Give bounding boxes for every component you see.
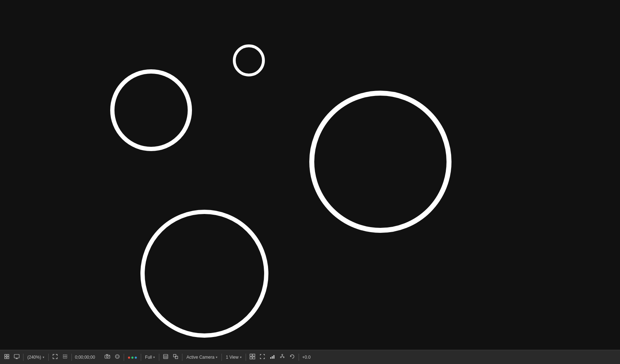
separator-7 — [182, 354, 182, 361]
editor-type-button[interactable] — [2, 353, 11, 362]
svg-rect-24 — [253, 354, 255, 356]
frame-offset-display: +0.0 — [301, 355, 312, 360]
statistics-icon — [269, 354, 275, 360]
frame-fit-icon — [52, 354, 58, 360]
toolbar: (240%) ▾ 0;00;00;00 — [0, 350, 620, 364]
camera-icon — [105, 354, 110, 360]
editor-type-icon — [4, 354, 10, 360]
circle-medium-left — [110, 69, 192, 151]
onion-skin-button[interactable] — [113, 353, 122, 362]
active-camera-label: Active Camera — [186, 355, 214, 360]
svg-rect-12 — [106, 354, 108, 355]
render-region-button[interactable] — [60, 353, 70, 362]
separator-1 — [23, 354, 23, 361]
svg-rect-21 — [173, 354, 176, 357]
zoom-chevron: ▾ — [43, 355, 44, 359]
svg-point-14 — [115, 355, 119, 359]
view-dropdown[interactable]: 1 View ▾ — [224, 353, 244, 362]
zoom-value: (240%) — [27, 355, 41, 360]
node-tree-button[interactable] — [278, 353, 287, 362]
active-camera-dropdown[interactable]: Active Camera ▾ — [184, 353, 220, 362]
svg-rect-28 — [272, 356, 273, 359]
svg-rect-26 — [253, 357, 255, 359]
quad-view-button[interactable] — [248, 353, 257, 362]
composite-button[interactable] — [171, 353, 180, 362]
view-chevron: ▾ — [240, 355, 242, 359]
camera-icon-button[interactable] — [103, 353, 112, 362]
svg-rect-22 — [175, 356, 178, 359]
slot-icon — [163, 354, 169, 360]
render-mode-chevron: ▾ — [153, 355, 155, 359]
view-label: 1 View — [226, 355, 239, 360]
svg-rect-27 — [270, 357, 271, 359]
separator-5 — [141, 354, 141, 361]
render-region-icon — [62, 354, 68, 360]
circle-large-right — [309, 91, 451, 233]
timecode-display: 0;00;00;00 — [74, 355, 102, 360]
svg-rect-23 — [250, 354, 252, 356]
svg-line-34 — [281, 356, 282, 357]
statistics-button[interactable] — [268, 353, 277, 362]
frame-fit-button[interactable] — [50, 353, 60, 362]
composite-icon — [173, 354, 178, 360]
svg-rect-0 — [5, 354, 6, 356]
separator-10 — [299, 354, 299, 361]
node-tree-icon — [279, 354, 285, 360]
sync-button[interactable] — [288, 353, 297, 362]
separator-6 — [159, 354, 159, 361]
separator-9 — [246, 354, 246, 361]
fullscreen-button[interactable] — [258, 353, 267, 362]
svg-rect-16 — [164, 354, 168, 359]
svg-point-13 — [109, 355, 109, 356]
separator-3 — [71, 354, 72, 361]
rgb-dots: ● ● ● — [128, 354, 137, 360]
quad-view-icon — [250, 354, 255, 360]
svg-point-11 — [106, 356, 108, 358]
circle-small-top — [233, 44, 265, 76]
separator-4 — [124, 354, 124, 361]
svg-line-35 — [282, 356, 284, 357]
svg-rect-3 — [7, 357, 9, 359]
slot-button[interactable] — [161, 353, 170, 362]
svg-rect-29 — [273, 355, 274, 359]
sync-icon — [289, 354, 295, 360]
active-camera-chevron: ▾ — [216, 355, 218, 359]
svg-rect-4 — [14, 354, 19, 358]
separator-8 — [221, 354, 222, 361]
zoom-dropdown[interactable]: (240%) ▾ — [25, 353, 47, 362]
render-mode-label: Full — [145, 355, 152, 360]
svg-point-30 — [282, 354, 283, 355]
svg-rect-1 — [7, 354, 9, 356]
fullscreen-icon — [260, 354, 265, 360]
display-icon — [14, 354, 20, 360]
separator-2 — [48, 354, 49, 361]
circle-large-bottom — [140, 210, 268, 338]
svg-rect-25 — [250, 357, 252, 359]
viewport — [0, 0, 620, 350]
render-mode-dropdown[interactable]: Full ▾ — [143, 353, 157, 362]
onion-skin-icon — [114, 354, 120, 360]
svg-point-15 — [116, 355, 118, 358]
svg-rect-2 — [5, 357, 6, 359]
color-channels-button[interactable]: ● ● ● — [126, 353, 139, 362]
svg-point-31 — [280, 357, 281, 358]
display-mode-button[interactable] — [12, 353, 21, 362]
svg-point-32 — [283, 357, 284, 358]
